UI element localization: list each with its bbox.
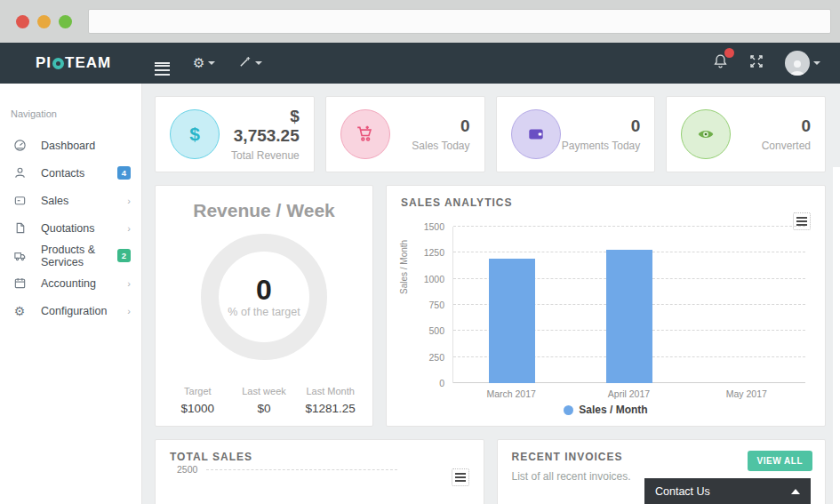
- stat-label: Payments Today: [562, 140, 641, 152]
- y-tick-label: 0: [439, 378, 444, 388]
- app-logo[interactable]: PI TEAM: [0, 54, 142, 72]
- eye-icon: [681, 109, 731, 159]
- stat-value: 0: [562, 116, 641, 136]
- hamburger-icon: [155, 62, 170, 64]
- magic-wand-icon: [238, 55, 252, 72]
- minimize-window-button[interactable]: [37, 15, 51, 28]
- chevron-right-icon: ›: [127, 223, 131, 234]
- stat-label: Sales Today: [412, 140, 469, 152]
- stat-card-total-revenue: $ $ 3,753.25 Total Revenue: [155, 96, 315, 172]
- quotations-icon: [12, 221, 27, 236]
- sidebar: Navigation Dashboard Contacts 4 Sales ›: [0, 84, 142, 504]
- dollar-icon: $: [170, 109, 220, 159]
- chart-menu-button[interactable]: [452, 468, 469, 486]
- sidebar-toggle-button[interactable]: [155, 60, 170, 67]
- target-label: Target: [164, 386, 231, 396]
- y-tick-label: 250: [428, 352, 444, 363]
- fullscreen-icon: [749, 54, 764, 68]
- logo-text-pre: PI: [36, 54, 52, 72]
- sidebar-item-contacts[interactable]: Contacts 4: [0, 159, 141, 187]
- contact-us-label: Contact Us: [655, 485, 710, 498]
- tools-dropdown[interactable]: [238, 55, 262, 72]
- sidebar-header: Navigation: [0, 100, 141, 132]
- y-tick-label: 500: [428, 325, 444, 336]
- last-month-value: $1281.25: [297, 402, 364, 415]
- last-week-value: $0: [231, 402, 298, 415]
- chevron-down-icon: [813, 61, 820, 65]
- stat-card-converted: 0 Converted: [666, 96, 826, 172]
- wallet-icon: [511, 109, 561, 159]
- last-month-label: Last Month: [297, 386, 364, 396]
- url-bar[interactable]: [88, 9, 831, 34]
- sales-analytics-title: SALES ANALYTICS: [401, 196, 811, 209]
- stat-card-payments-today: 0 Payments Today: [496, 96, 656, 172]
- dashboard-icon: [12, 139, 27, 153]
- chart-legend: Sales / Month: [401, 404, 811, 416]
- gridline: [206, 469, 397, 470]
- configuration-icon: ⚙: [12, 304, 27, 318]
- maximize-window-button[interactable]: [59, 15, 72, 28]
- close-window-button[interactable]: [16, 15, 29, 28]
- legend-label: Sales / Month: [579, 404, 647, 416]
- user-menu[interactable]: [785, 51, 820, 76]
- view-all-button[interactable]: VIEW ALL: [748, 451, 812, 471]
- window-controls: [16, 15, 72, 28]
- gridline: 1500: [453, 226, 805, 227]
- x-tick-label: March 2017: [452, 388, 570, 399]
- sales-analytics-chart: Sales / Month 0250500750100012501500 Mar…: [401, 221, 811, 413]
- sales-analytics-plot: 0250500750100012501500: [452, 227, 805, 383]
- x-tick-label: April 2017: [570, 388, 687, 399]
- sidebar-item-accounting[interactable]: Accounting ›: [0, 269, 141, 297]
- total-sales-card: TOTAL SALES 2500: [155, 439, 484, 504]
- y-tick-label: 1000: [424, 274, 444, 284]
- chart-bar[interactable]: [606, 250, 652, 383]
- products-count-badge: 2: [117, 249, 131, 262]
- y-axis-label: Sales / Month: [399, 240, 409, 294]
- x-axis-labels: March 2017April 2017May 2017: [452, 388, 805, 399]
- notifications-button[interactable]: [713, 53, 728, 73]
- notification-badge: [724, 48, 734, 58]
- target-value: $1000: [164, 402, 231, 415]
- sidebar-item-label: Products & Services: [41, 244, 117, 268]
- gear-icon: ⚙: [193, 55, 204, 71]
- sidebar-item-label: Configuration: [41, 305, 127, 317]
- last-week-label: Last week: [231, 386, 298, 396]
- gauge-label: % of the target: [228, 306, 300, 318]
- total-sales-title: TOTAL SALES: [170, 451, 469, 463]
- contacts-icon: [12, 166, 27, 180]
- sales-analytics-card: SALES ANALYTICS Sales / Month 0250500750…: [386, 185, 826, 427]
- main-content: $ $ 3,753.25 Total Revenue 0 Sales Today: [142, 84, 840, 504]
- chart-bar[interactable]: [489, 259, 535, 383]
- sidebar-item-label: Dashboard: [41, 140, 131, 152]
- browser-chrome: [0, 0, 840, 43]
- sidebar-item-label: Sales: [41, 195, 127, 207]
- y-tick-label: 1500: [424, 221, 444, 232]
- sidebar-item-sales[interactable]: Sales ›: [0, 187, 141, 214]
- logo-ring-icon: [52, 58, 64, 69]
- sidebar-item-configuration[interactable]: ⚙ Configuration ›: [0, 297, 141, 324]
- sidebar-item-products-services[interactable]: Products & Services 2: [0, 242, 141, 269]
- chevron-down-icon: [208, 61, 215, 65]
- chevron-right-icon: ›: [127, 278, 131, 289]
- settings-dropdown[interactable]: ⚙: [193, 55, 215, 71]
- chevron-up-icon: [791, 489, 800, 494]
- chevron-down-icon: [255, 61, 262, 65]
- stat-value: 0: [762, 116, 811, 136]
- revenue-week-card: Revenue / Week 0 % of the target Target …: [155, 185, 373, 427]
- accounting-icon: [12, 276, 27, 291]
- right-gutter: [833, 167, 840, 504]
- contacts-count-badge: 4: [117, 166, 131, 180]
- stat-label: Converted: [762, 140, 811, 152]
- legend-dot-icon: [564, 405, 573, 415]
- sidebar-item-label: Accounting: [41, 277, 127, 290]
- fullscreen-button[interactable]: [749, 54, 764, 72]
- products-icon: [12, 249, 27, 263]
- sidebar-item-quotations[interactable]: Quotations ›: [0, 214, 141, 242]
- sidebar-item-dashboard[interactable]: Dashboard: [0, 132, 141, 159]
- revenue-gauge: 0 % of the target: [201, 234, 327, 360]
- y-tick-label: 750: [428, 300, 444, 310]
- chevron-right-icon: ›: [127, 306, 131, 316]
- sidebar-item-label: Quotations: [41, 222, 127, 235]
- contact-us-bar[interactable]: Contact Us: [644, 478, 811, 504]
- avatar: [785, 51, 810, 76]
